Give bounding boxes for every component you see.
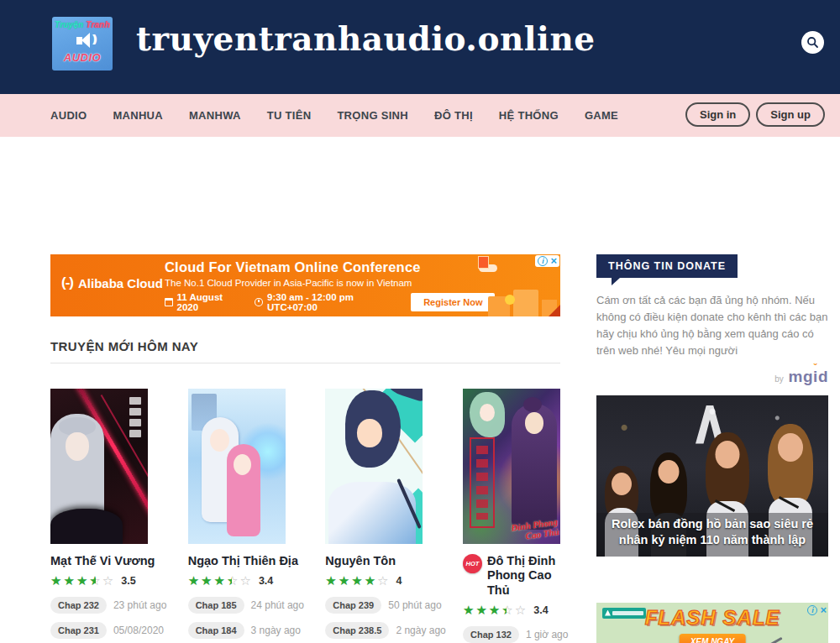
star-rating-icon: ☆☆☆☆☆ ★★★★★ (325, 574, 390, 587)
search-icon (806, 36, 819, 49)
chapter-time: 3 ngày ago (251, 625, 301, 636)
chapter-list: Chap 132 1 giờ ago Chap 131 05/08/2020 (463, 625, 560, 643)
alibaba-logo: (-) Alibaba Cloud (61, 274, 163, 291)
site-logo[interactable]: Truyện Tranh )) AUDIO (52, 17, 113, 71)
ad-info-icon[interactable]: i (538, 256, 548, 266)
rating-row: ☆☆☆☆☆ ★★★★★ 3.4 (463, 604, 560, 616)
chapter-row: Chap 232 23 phút ago (50, 596, 148, 614)
cover-script-text: Đỉnh Phong Cao Thủ (497, 516, 560, 544)
chapter-link[interactable]: Chap 231 (50, 622, 107, 639)
rating-value: 3.5 (121, 575, 135, 587)
ad-title: Cloud For Vietnam Online Conference (165, 259, 509, 275)
comic-card-grid: Mạt Thế Vi Vương ☆☆☆☆☆ ★★★★★ 3.5 Chap 23… (50, 389, 560, 643)
speaker-icon: )) (55, 31, 110, 51)
ad-text-block: Cloud For Vietnam Online Conference The … (165, 259, 509, 312)
chapter-time: 50 phút ago (388, 599, 441, 611)
ad-subtitle: The No.1 Cloud Provider in Asia-Pacific … (165, 278, 509, 288)
nav-item-trong-sinh[interactable]: TRỌNG SINH (337, 109, 408, 122)
chapter-row: Chap 132 1 giờ ago (463, 625, 560, 643)
ad-close-icon[interactable]: × (820, 605, 827, 615)
mgid-attribution[interactable]: by mgidˇ (596, 368, 828, 386)
chapter-link[interactable]: Chap 185 (188, 597, 244, 614)
chapter-time: 24 phút ago (251, 599, 304, 611)
nav-item-manhua[interactable]: MANHUA (113, 109, 163, 122)
mgid-logo: mgidˇ (789, 368, 828, 385)
adchoices-controls: i × (535, 255, 559, 267)
mgid-by-label: by (774, 374, 784, 384)
rating-row: ☆☆☆☆☆ ★★★★★ 3.4 (188, 574, 286, 587)
chapter-link[interactable]: Chap 239 (325, 597, 381, 614)
search-button[interactable] (801, 31, 824, 54)
comic-card: Nguyên Tôn ☆☆☆☆☆ ★★★★★ 4 Chap 239 50 phú… (325, 389, 423, 643)
chapter-row: Chap 185 24 phút ago (188, 596, 286, 614)
chapter-link[interactable]: Chap 184 (188, 622, 244, 639)
ad-time: 9:30 am - 12:00 pm UTC+07:00 (267, 292, 399, 312)
chapter-link[interactable]: Chap 238.5 (325, 622, 389, 639)
alibaba-cloud-ad[interactable]: (-) Alibaba Cloud Cloud For Vietnam Onli… (50, 254, 560, 316)
corner-ribbon (549, 305, 560, 316)
cover-art-do-thi-dinh-phong-cao-thu[interactable]: Đỉnh Phong Cao Thủ (463, 389, 560, 544)
flash-sale-ad[interactable]: FLASH SALE XEM NGAY i × (596, 603, 828, 643)
cover-calligraphy-marks (129, 397, 141, 441)
cover-art-ngao-thi-thien-dia[interactable] (188, 389, 286, 544)
logo-text-audio: AUDIO (55, 51, 110, 64)
nav-item-he-thong[interactable]: HỆ THỐNG (499, 109, 559, 122)
chapter-link[interactable]: Chap 232 (50, 597, 107, 614)
sidebar: THÔNG TIN DONATE Cám ơn tất cả các bạn đ… (596, 254, 828, 643)
star-rating-icon: ☆☆☆☆☆ ★★★★★ (50, 574, 115, 587)
site-header: Truyện Tranh )) AUDIO truyentranhaudio.o… (0, 0, 840, 94)
native-ad-rolex[interactable]: Rolex bán đồng hồ bản sao siêu rẻ nhân k… (596, 395, 828, 557)
ad-close-icon[interactable]: × (550, 256, 557, 266)
flash-sale-title: FLASH SALE (596, 606, 828, 630)
nav-item-game[interactable]: GAME (585, 109, 618, 122)
sign-up-button[interactable]: Sign up (756, 102, 825, 127)
nav-item-audio[interactable]: AUDIO (50, 109, 87, 122)
rating-value: 3.4 (533, 604, 548, 616)
comic-title[interactable]: Nguyên Tôn (325, 554, 396, 568)
section-divider (50, 363, 560, 363)
star-rating-icon: ☆☆☆☆☆ ★★★★★ (463, 604, 528, 616)
badge-notch (612, 278, 620, 285)
chapter-time: 1 giờ ago (526, 629, 569, 640)
comic-title[interactable]: Mạt Thế Vi Vương (50, 554, 155, 568)
native-ad-caption[interactable]: Rolex bán đồng hồ bản sao siêu rẻ nhân k… (596, 513, 828, 556)
chapter-time: 23 phút ago (113, 599, 166, 611)
comic-card: Đỉnh Phong Cao Thủ HOT Đô Thị Đỉnh Phong… (463, 389, 560, 643)
register-now-button[interactable]: Register Now (411, 293, 495, 311)
mgid-accent-icon: ˇ (814, 363, 818, 374)
nav-item-tu-tien[interactable]: TU TIÊN (267, 109, 312, 122)
comic-card: Mạt Thế Vi Vương ☆☆☆☆☆ ★★★★★ 3.5 Chap 23… (50, 389, 148, 643)
cover-art-nguyen-ton[interactable] (325, 389, 423, 544)
chapter-link[interactable]: Chap 132 (463, 626, 519, 643)
star-rating-icon: ☆☆☆☆☆ ★★★★★ (188, 574, 253, 587)
comic-title[interactable]: Ngạo Thị Thiên Địa (188, 554, 298, 568)
donate-heading: THÔNG TIN DONATE (596, 254, 738, 278)
chapter-row: Chap 184 3 ngày ago (188, 621, 286, 639)
xem-ngay-button[interactable]: XEM NGAY (680, 634, 746, 643)
adchoices-controls: i × (807, 605, 827, 615)
window-shape (478, 256, 489, 269)
ad-date: 11 August 2020 (177, 292, 244, 312)
nav-item-manhwa[interactable]: MANHWA (189, 109, 241, 122)
chapter-list: Chap 185 24 phút ago Chap 184 3 ngày ago (188, 596, 286, 639)
comic-card: Ngạo Thị Thiên Địa ☆☆☆☆☆ ★★★★★ 3.4 Chap … (188, 389, 286, 643)
ad-schedule-row: 11 August 2020 9:30 am - 12:00 pm UTC+07… (165, 292, 509, 312)
chapter-list: Chap 239 50 phút ago Chap 238.5 2 ngày a… (325, 596, 423, 639)
section-title: TRUYỆN MỚI HÔM NAY (50, 339, 198, 353)
chapter-row: Chap 238.5 2 ngày ago (325, 621, 423, 639)
chapter-list: Chap 232 23 phút ago Chap 231 05/08/2020 (50, 596, 148, 639)
rating-row: ☆☆☆☆☆ ★★★★★ 4 (325, 574, 423, 587)
sign-in-button[interactable]: Sign in (685, 102, 750, 127)
rating-value: 4 (396, 575, 402, 587)
nav-items: AUDIO MANHUA MANHWA TU TIÊN TRỌNG SINH Đ… (50, 94, 618, 137)
cover-art-mat-the-vi-vuong[interactable] (50, 389, 148, 544)
alibaba-logo-icon: (-) (61, 274, 73, 291)
chapter-row: Chap 231 05/08/2020 (50, 621, 148, 639)
auth-buttons: Sign in Sign up (685, 102, 825, 127)
comic-title[interactable]: Đô Thị Đỉnh Phong Cao Thủ (487, 554, 560, 598)
donate-message: Cám ơn tất cả các bạn đã ủng hộ nhóm. Nế… (596, 292, 828, 360)
site-title[interactable]: truyentranhaudio.online (136, 19, 596, 58)
rating-row: ☆☆☆☆☆ ★★★★★ 3.5 (50, 574, 148, 587)
nav-item-do-thi[interactable]: ĐÔ THỊ (434, 109, 473, 122)
ad-info-icon[interactable]: i (807, 605, 817, 615)
